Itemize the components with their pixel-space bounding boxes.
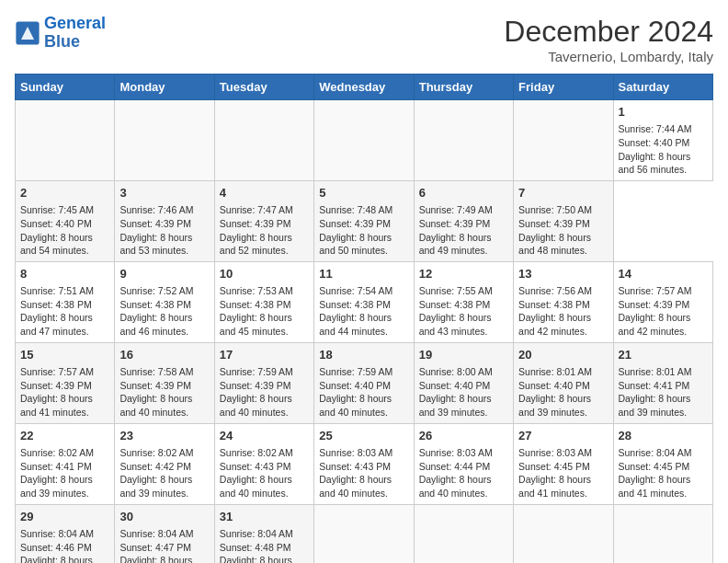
col-header-saturday: Saturday (613, 75, 712, 100)
calendar-cell: 19Sunrise: 8:00 AMSunset: 4:40 PMDayligh… (414, 342, 513, 423)
title-block: December 2024 Tavernerio, Lombardy, Ital… (504, 15, 713, 64)
calendar-cell: 23Sunrise: 8:02 AMSunset: 4:42 PMDayligh… (115, 423, 214, 504)
day-number: 16 (119, 347, 209, 363)
day-info: Sunrise: 8:04 AMSunset: 4:46 PMDaylight:… (20, 527, 109, 563)
calendar-week-2: 2Sunrise: 7:45 AMSunset: 4:40 PMDaylight… (16, 180, 713, 261)
calendar-cell: 4Sunrise: 7:47 AMSunset: 4:39 PMDaylight… (214, 180, 313, 261)
calendar-week-1: 1Sunrise: 7:44 AMSunset: 4:40 PMDaylight… (16, 100, 713, 181)
calendar-cell: 24Sunrise: 8:02 AMSunset: 4:43 PMDayligh… (214, 423, 313, 504)
col-header-friday: Friday (514, 75, 613, 100)
day-number: 15 (20, 347, 109, 363)
day-info: Sunrise: 8:03 AMSunset: 4:45 PMDaylight:… (518, 446, 608, 500)
calendar-cell: 8Sunrise: 7:51 AMSunset: 4:38 PMDaylight… (16, 261, 115, 342)
day-info: Sunrise: 8:03 AMSunset: 4:43 PMDaylight:… (319, 446, 408, 500)
location-title: Tavernerio, Lombardy, Italy (504, 49, 713, 64)
day-info: Sunrise: 8:04 AMSunset: 4:48 PMDaylight:… (220, 527, 309, 563)
calendar-week-4: 15Sunrise: 7:57 AMSunset: 4:39 PMDayligh… (16, 342, 713, 423)
calendar-week-5: 22Sunrise: 8:02 AMSunset: 4:41 PMDayligh… (16, 423, 713, 504)
calendar-cell: 7Sunrise: 7:50 AMSunset: 4:39 PMDaylight… (514, 180, 613, 261)
day-number: 13 (518, 266, 608, 282)
month-title: December 2024 (504, 15, 713, 49)
day-info: Sunrise: 8:02 AMSunset: 4:43 PMDaylight:… (220, 446, 309, 500)
calendar-cell: 30Sunrise: 8:04 AMSunset: 4:47 PMDayligh… (115, 504, 214, 563)
day-number: 4 (220, 185, 309, 201)
day-number: 29 (20, 509, 109, 525)
calendar-week-6: 29Sunrise: 8:04 AMSunset: 4:46 PMDayligh… (16, 504, 713, 563)
day-info: Sunrise: 7:49 AMSunset: 4:39 PMDaylight:… (419, 203, 508, 258)
day-number: 1 (619, 104, 708, 121)
day-info: Sunrise: 7:57 AMSunset: 4:39 PMDaylight:… (20, 365, 109, 419)
day-info: Sunrise: 8:02 AMSunset: 4:41 PMDaylight:… (20, 446, 109, 500)
day-info: Sunrise: 7:58 AMSunset: 4:39 PMDaylight:… (119, 365, 209, 419)
day-info: Sunrise: 7:48 AMSunset: 4:39 PMDaylight:… (319, 203, 408, 258)
day-info: Sunrise: 7:56 AMSunset: 4:38 PMDaylight:… (518, 284, 608, 339)
day-number: 28 (619, 428, 708, 444)
calendar-cell: 10Sunrise: 7:53 AMSunset: 4:38 PMDayligh… (214, 261, 313, 342)
day-number: 20 (518, 347, 608, 363)
day-number: 26 (419, 428, 508, 444)
calendar-cell (414, 100, 513, 181)
day-info: Sunrise: 7:57 AMSunset: 4:39 PMDaylight:… (619, 284, 708, 339)
calendar-header-row: SundayMondayTuesdayWednesdayThursdayFrid… (16, 75, 713, 100)
calendar-cell (514, 100, 613, 181)
calendar-cell: 16Sunrise: 7:58 AMSunset: 4:39 PMDayligh… (115, 342, 214, 423)
calendar-cell: 9Sunrise: 7:52 AMSunset: 4:38 PMDaylight… (115, 261, 214, 342)
day-number: 18 (319, 347, 408, 363)
calendar-cell: 2Sunrise: 7:45 AMSunset: 4:40 PMDaylight… (16, 180, 115, 261)
col-header-wednesday: Wednesday (314, 75, 414, 100)
day-number: 19 (419, 347, 508, 363)
col-header-sunday: Sunday (16, 75, 115, 100)
day-info: Sunrise: 7:53 AMSunset: 4:38 PMDaylight:… (220, 284, 309, 339)
day-info: Sunrise: 8:03 AMSunset: 4:44 PMDaylight:… (419, 446, 508, 500)
day-number: 22 (20, 428, 109, 444)
day-info: Sunrise: 7:54 AMSunset: 4:38 PMDaylight:… (319, 284, 408, 339)
calendar-cell (514, 504, 613, 563)
calendar-cell: 17Sunrise: 7:59 AMSunset: 4:39 PMDayligh… (214, 342, 313, 423)
calendar-cell: 18Sunrise: 7:59 AMSunset: 4:40 PMDayligh… (314, 342, 414, 423)
logo-line2: Blue (44, 32, 80, 51)
day-number: 24 (220, 428, 309, 444)
calendar-cell (115, 100, 214, 181)
calendar-cell: 6Sunrise: 7:49 AMSunset: 4:39 PMDaylight… (414, 180, 513, 261)
day-info: Sunrise: 7:47 AMSunset: 4:39 PMDaylight:… (220, 203, 309, 258)
logo-text: General Blue (44, 15, 106, 52)
calendar-cell: 28Sunrise: 8:04 AMSunset: 4:45 PMDayligh… (613, 423, 712, 504)
calendar-cell: 5Sunrise: 7:48 AMSunset: 4:39 PMDaylight… (314, 180, 414, 261)
logo: General Blue (15, 15, 106, 52)
calendar-table: SundayMondayTuesdayWednesdayThursdayFrid… (15, 74, 713, 563)
day-number: 8 (20, 266, 109, 282)
day-info: Sunrise: 7:50 AMSunset: 4:39 PMDaylight:… (518, 203, 608, 258)
day-info: Sunrise: 7:52 AMSunset: 4:38 PMDaylight:… (119, 284, 209, 339)
calendar-cell: 11Sunrise: 7:54 AMSunset: 4:38 PMDayligh… (314, 261, 414, 342)
calendar-cell: 29Sunrise: 8:04 AMSunset: 4:46 PMDayligh… (16, 504, 115, 563)
day-number: 27 (518, 428, 608, 444)
day-info: Sunrise: 8:01 AMSunset: 4:40 PMDaylight:… (518, 365, 608, 419)
calendar-cell: 31Sunrise: 8:04 AMSunset: 4:48 PMDayligh… (214, 504, 313, 563)
day-number: 10 (220, 266, 309, 282)
day-number: 11 (319, 266, 408, 282)
day-number: 23 (119, 428, 209, 444)
calendar-cell: 27Sunrise: 8:03 AMSunset: 4:45 PMDayligh… (514, 423, 613, 504)
calendar-cell: 21Sunrise: 8:01 AMSunset: 4:41 PMDayligh… (613, 342, 712, 423)
day-info: Sunrise: 8:01 AMSunset: 4:41 PMDaylight:… (619, 365, 708, 419)
calendar-cell: 1Sunrise: 7:44 AMSunset: 4:40 PMDaylight… (613, 100, 712, 181)
day-info: Sunrise: 7:51 AMSunset: 4:38 PMDaylight:… (20, 284, 109, 339)
day-number: 2 (20, 185, 109, 201)
day-number: 7 (518, 185, 608, 201)
day-number: 25 (319, 428, 408, 444)
logo-icon (15, 20, 40, 46)
day-info: Sunrise: 8:04 AMSunset: 4:45 PMDaylight:… (619, 446, 708, 500)
calendar-cell: 3Sunrise: 7:46 AMSunset: 4:39 PMDaylight… (115, 180, 214, 261)
col-header-thursday: Thursday (414, 75, 513, 100)
day-number: 3 (119, 185, 209, 201)
calendar-cell: 20Sunrise: 8:01 AMSunset: 4:40 PMDayligh… (514, 342, 613, 423)
day-info: Sunrise: 7:46 AMSunset: 4:39 PMDaylight:… (119, 203, 209, 258)
calendar-cell: 15Sunrise: 7:57 AMSunset: 4:39 PMDayligh… (16, 342, 115, 423)
day-info: Sunrise: 7:59 AMSunset: 4:40 PMDaylight:… (319, 365, 408, 419)
day-number: 21 (619, 347, 708, 363)
calendar-cell (314, 504, 414, 563)
calendar-cell (613, 504, 712, 563)
calendar-cell (314, 100, 414, 181)
day-number: 14 (619, 266, 708, 282)
day-info: Sunrise: 8:00 AMSunset: 4:40 PMDaylight:… (419, 365, 508, 419)
